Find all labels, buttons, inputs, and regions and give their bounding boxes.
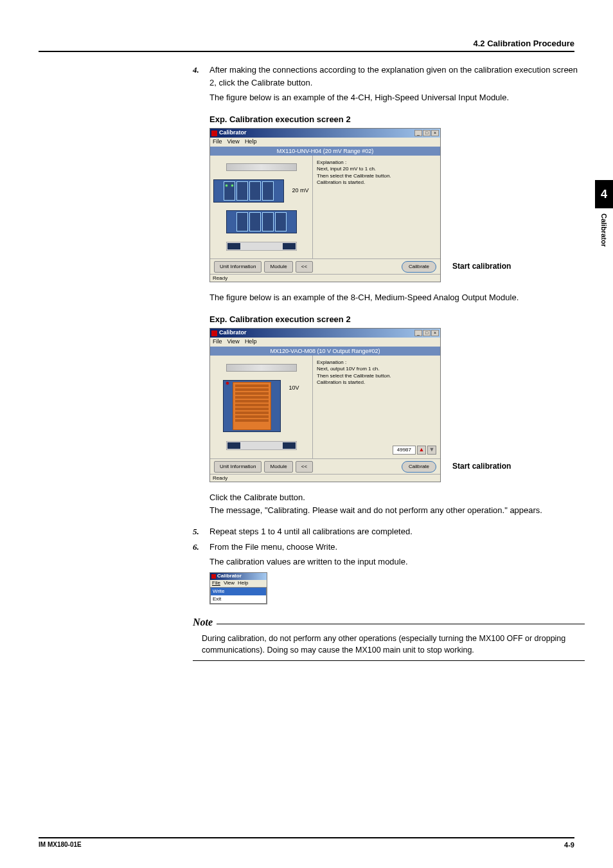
calibrator-window-1: Calibrator _ □ × File View Help MX110-UN… <box>209 128 441 282</box>
maximize-button[interactable]: □ <box>423 330 431 336</box>
calibrating-message-text: The message, "Calibrating. Please wait a… <box>209 504 585 517</box>
explanation-line-1: Next, output 10V from 1 ch. <box>317 366 436 372</box>
app-icon <box>211 330 217 336</box>
click-calibrate-text: Click the Calibrate button. <box>209 491 585 504</box>
explanation-line-3: Calibration is started. <box>317 379 436 386</box>
figure1-label: Exp. Calibration execution screen 2 <box>209 113 585 126</box>
numeric-value: 49987 <box>393 446 416 455</box>
footer-doc-id: IM MX180-01E <box>39 841 82 849</box>
decrement-button[interactable]: ▼ <box>427 446 436 455</box>
menu-help[interactable]: Help <box>245 338 257 347</box>
unit-info-button[interactable]: Unit Information <box>214 461 262 473</box>
menubar: File View Help <box>210 338 440 347</box>
side-tab: 4 Calibrator <box>595 180 613 247</box>
explanation-pane: Explanation : Next, input 20 mV to 1 ch.… <box>313 156 440 258</box>
step-number: 6. <box>193 541 209 554</box>
module-button[interactable]: Module <box>264 461 292 473</box>
signal-label: 10V <box>289 384 299 393</box>
explanation-line-1: Next, input 20 mV to 1 ch. <box>317 166 436 172</box>
menubar: File View Help <box>210 138 440 147</box>
close-button[interactable]: × <box>431 130 439 136</box>
status-bar: Ready <box>210 274 440 282</box>
minimize-button[interactable]: _ <box>414 130 422 136</box>
module-button[interactable]: Module <box>264 261 292 273</box>
footer-page-number: 4-9 <box>564 841 574 849</box>
step-4-mid: The figure below is an example of the 8-… <box>209 291 585 304</box>
explanation-line-2: Then select the Calibrate button. <box>317 173 436 179</box>
step-4: 4. After making the connections accordin… <box>193 64 585 89</box>
close-button[interactable]: × <box>431 330 439 336</box>
explanation-label: Explanation : <box>317 359 436 366</box>
page-header: 4.2 Calibration Procedure <box>39 39 574 52</box>
explanation-pane: Explanation : Next, output 10V from 1 ch… <box>313 356 440 458</box>
minimize-button[interactable]: _ <box>414 330 422 336</box>
figure2-label: Exp. Calibration execution screen 2 <box>209 313 585 326</box>
calibrator-window-2: Calibrator _ □ × File View Help MX120-VA… <box>209 328 441 482</box>
step-6-sub: The calibration values are written to th… <box>209 556 585 568</box>
explanation-label: Explanation : <box>317 159 436 166</box>
step-text: Repeat steps 1 to 4 until all calibratio… <box>209 525 585 538</box>
menu-item-exit[interactable]: Exit <box>211 595 266 603</box>
explanation-line-3: Calibration is started. <box>317 179 436 186</box>
menu-help[interactable]: Help <box>238 579 248 587</box>
module-pcb <box>223 380 281 432</box>
menu-file[interactable]: File <box>213 138 222 147</box>
chapter-name: Calibrator <box>600 213 608 247</box>
step-6: 6. From the File menu, choose Write. <box>193 541 585 554</box>
step-4-sub: The figure below is an example of the 4-… <box>209 91 585 104</box>
menu-item-write[interactable]: Write <box>211 588 266 595</box>
app-icon <box>211 574 216 579</box>
menu-file[interactable]: File <box>213 338 222 347</box>
calibrate-button[interactable]: Calibrate <box>402 261 436 273</box>
section-title: 4.2 Calibration Procedure <box>39 39 574 48</box>
increment-button[interactable]: ▲ <box>417 446 426 455</box>
step-text: From the File menu, choose Write. <box>209 541 585 554</box>
menu-view[interactable]: View <box>227 338 240 347</box>
step-number: 5. <box>193 525 209 538</box>
module-header: MX110-UNV-H04 (20 mV Range #02) <box>210 147 440 156</box>
note-body: During calibration, do not perform any o… <box>193 630 585 662</box>
callout-start-calibration: Start calibration <box>452 460 511 472</box>
wiring-diagram: 10V <box>210 356 313 458</box>
calibrate-button[interactable]: Calibrate <box>402 461 436 473</box>
titlebar: Calibrator _ □ × <box>210 129 440 138</box>
callout-start-calibration: Start calibration <box>452 260 511 272</box>
step-number: 4. <box>193 64 209 89</box>
chapter-number: 4 <box>595 180 613 208</box>
unit-info-button[interactable]: Unit Information <box>214 261 262 273</box>
step-text: After making the connections according t… <box>209 64 585 89</box>
explanation-line-2: Then select the Calibrate button. <box>317 373 436 379</box>
note-heading-row: Note <box>193 615 585 630</box>
window-title: Calibrator <box>219 329 247 338</box>
window-title: Calibrator <box>219 129 247 138</box>
module-header: MX120-VAO-M08 (10 V Output Range#02) <box>210 347 440 356</box>
status-bar: Ready <box>210 474 440 482</box>
wiring-diagram: 20 mV <box>210 156 313 258</box>
menu-view[interactable]: View <box>224 579 235 587</box>
maximize-button[interactable]: □ <box>423 130 431 136</box>
module-pcb <box>213 179 284 203</box>
note-heading: Note <box>193 615 213 630</box>
app-icon <box>211 131 217 136</box>
signal-label: 20 mV <box>292 186 308 195</box>
module-pcb-2 <box>226 210 297 233</box>
menu-file[interactable]: File <box>212 579 220 587</box>
file-menu-screenshot: Calibrator File View Help Write Exit <box>209 572 267 604</box>
note-rule <box>217 624 585 624</box>
step-5: 5. Repeat steps 1 to 4 until all calibra… <box>193 525 585 538</box>
page-footer: IM MX180-01E 4-9 <box>39 837 574 849</box>
back-button[interactable]: << <box>296 261 313 273</box>
back-button[interactable]: << <box>296 461 313 473</box>
menu-help[interactable]: Help <box>245 138 257 147</box>
menu-view[interactable]: View <box>227 138 240 147</box>
titlebar: Calibrator _ □ × <box>210 329 440 338</box>
file-dropdown: Write Exit <box>210 587 267 604</box>
